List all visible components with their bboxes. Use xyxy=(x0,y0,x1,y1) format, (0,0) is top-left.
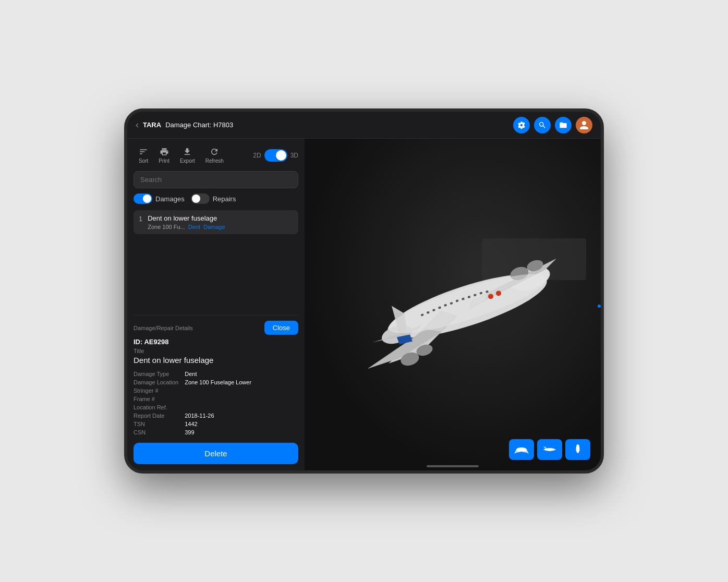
print-button[interactable]: Print xyxy=(153,145,175,166)
damage-tags: Zone 100 Fu... Dent Damage xyxy=(148,224,293,230)
svg-point-21 xyxy=(496,290,501,296)
tablet-frame: ‹ TARA Damage Chart: H7803 xyxy=(124,108,604,474)
field-value: 1442 xyxy=(185,421,298,427)
filter-row: Damages Repairs xyxy=(134,193,298,204)
field-value: 399 xyxy=(185,429,298,435)
field-value xyxy=(185,396,298,402)
toggle-2d-3d[interactable] xyxy=(264,149,287,162)
close-button[interactable]: Close xyxy=(264,321,298,335)
details-panel: Damage/Repair Details Close ID: AE9298 T… xyxy=(134,315,298,464)
field-key: Damage Type xyxy=(134,371,178,377)
search-icon-button[interactable] xyxy=(534,117,551,134)
user-avatar[interactable] xyxy=(576,117,592,134)
damage-item[interactable]: 1 Dent on lower fuselage Zone 100 Fu... … xyxy=(134,210,298,234)
app-title: TARA xyxy=(143,121,161,129)
side-view-button[interactable] xyxy=(537,439,562,460)
top-view-button[interactable] xyxy=(509,439,534,460)
details-id: ID: AE9298 xyxy=(134,338,298,346)
field-key: CSN xyxy=(134,429,178,435)
refresh-button[interactable]: Refresh xyxy=(200,145,229,166)
home-indicator xyxy=(427,465,479,467)
repairs-label: Repairs xyxy=(213,195,236,203)
field-value: Dent xyxy=(185,371,298,377)
details-title-value: Dent on lower fuselage xyxy=(134,356,298,365)
settings-icon-button[interactable] xyxy=(513,117,530,134)
details-title-label: Title xyxy=(134,348,298,354)
left-panel: Sort Print Export Refresh 2D xyxy=(127,139,305,470)
top-bar-icons xyxy=(513,117,592,134)
field-key: Damage Location xyxy=(134,379,178,385)
damage-type-tag: Dent xyxy=(188,224,200,230)
folder-icon-button[interactable] xyxy=(555,117,572,134)
sort-button[interactable]: Sort xyxy=(134,145,153,166)
details-section-label: Damage/Repair Details xyxy=(134,325,193,331)
front-view-button[interactable] xyxy=(565,439,590,460)
field-key: TSN xyxy=(134,421,178,427)
details-header: Damage/Repair Details Close xyxy=(134,321,298,335)
export-button[interactable]: Export xyxy=(175,145,200,166)
right-panel xyxy=(305,139,601,470)
field-value xyxy=(185,387,298,394)
main-content: Sort Print Export Refresh 2D xyxy=(127,139,601,470)
damage-category-tag: Damage xyxy=(203,224,225,230)
damage-list: 1 Dent on lower fuselage Zone 100 Fu... … xyxy=(134,210,298,311)
repairs-toggle-switch[interactable] xyxy=(191,193,210,204)
aircraft-view xyxy=(305,139,601,470)
field-value: Zone 100 Fuselage Lower xyxy=(185,379,298,385)
damages-label: Damages xyxy=(155,195,185,203)
field-value xyxy=(185,404,298,410)
back-button[interactable]: ‹ xyxy=(136,119,139,130)
toolbar: Sort Print Export Refresh 2D xyxy=(134,145,298,166)
delete-button[interactable]: Delete xyxy=(134,443,298,464)
details-fields: Damage TypeDentDamage LocationZone 100 F… xyxy=(134,371,298,435)
field-key: Report Date xyxy=(134,413,178,419)
view-toggle[interactable]: 2D 3D xyxy=(253,149,298,162)
view-selector xyxy=(509,439,590,460)
aircraft-3d xyxy=(337,201,598,399)
damages-toggle[interactable]: Damages xyxy=(134,193,185,204)
damage-title: Dent on lower fuselage xyxy=(148,214,293,222)
field-value: 2018-11-26 xyxy=(185,413,298,419)
repairs-toggle[interactable]: Repairs xyxy=(191,193,236,204)
damage-zone: Zone 100 Fu... xyxy=(148,224,185,230)
damages-toggle-switch[interactable] xyxy=(134,193,152,204)
field-key: Location Ref. xyxy=(134,404,178,410)
damage-info: Dent on lower fuselage Zone 100 Fu... De… xyxy=(148,214,293,230)
search-input[interactable] xyxy=(134,171,298,188)
field-key: Stringer # xyxy=(134,387,178,394)
svg-point-20 xyxy=(488,294,493,299)
edge-indicator xyxy=(598,305,601,308)
damage-number: 1 xyxy=(139,214,142,223)
svg-point-7 xyxy=(384,263,551,344)
page-title: Damage Chart: H7803 xyxy=(165,121,233,129)
top-bar: ‹ TARA Damage Chart: H7803 xyxy=(127,112,601,139)
field-key: Frame # xyxy=(134,396,178,402)
